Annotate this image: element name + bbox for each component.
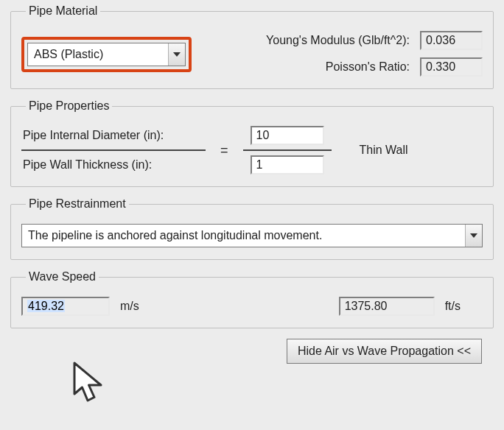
pipe-thickness-input[interactable] <box>251 155 324 175</box>
fraction-line-labels <box>21 149 206 151</box>
wall-type-label: Thin Wall <box>345 144 408 157</box>
pipe-material-selected: ABS (Plastic) <box>28 48 168 61</box>
wave-speed-ms-value: 419.32 <box>21 297 110 316</box>
pipe-material-group: Pipe Material ABS (Plastic) <box>10 4 494 89</box>
pipe-material-highlight: ABS (Plastic) <box>21 37 192 72</box>
poisson-ratio-label: Poisson's Ratio: <box>326 60 410 74</box>
pipe-thickness-label: Pipe Wall Thickness (in): <box>21 157 153 173</box>
wave-speed-fts-value: 1375.80 <box>339 297 435 316</box>
youngs-modulus-value: 0.036 <box>420 31 483 50</box>
chevron-down-icon <box>470 233 477 238</box>
fraction-line-inputs <box>243 149 332 151</box>
pipe-restrainment-dropdown-button[interactable] <box>465 225 482 247</box>
pipe-restrainment-combo[interactable]: The pipeline is anchored against longitu… <box>21 224 483 247</box>
wave-speed-fts-unit: ft/s <box>445 300 461 313</box>
pipe-properties-group: Pipe Properties Pipe Internal Diameter (… <box>10 99 494 187</box>
pipe-material-combo[interactable]: ABS (Plastic) <box>27 43 186 66</box>
wave-speed-ms-selected-text: 419.32 <box>27 300 65 312</box>
pipe-diameter-input[interactable] <box>251 126 324 145</box>
pipe-diameter-label: Pipe Internal Diameter (in): <box>21 127 165 144</box>
pipe-restrainment-selected: The pipeline is anchored against longitu… <box>22 229 465 242</box>
wave-speed-group: Wave Speed 419.32 m/s 1375.80 ft/s <box>10 270 494 328</box>
wave-speed-legend: Wave Speed <box>26 270 99 283</box>
youngs-modulus-label: Young's Modulus (Glb/ft^2): <box>266 34 410 47</box>
poisson-ratio-value: 0.330 <box>420 57 483 77</box>
pipe-material-dropdown-button[interactable] <box>168 43 185 66</box>
pipe-properties-legend: Pipe Properties <box>26 99 112 113</box>
pipe-material-legend: Pipe Material <box>26 4 100 18</box>
equals-sign: = <box>219 143 230 158</box>
pipe-restrainment-legend: Pipe Restrainment <box>26 197 129 211</box>
hide-air-button[interactable]: Hide Air vs Wave Propagation << <box>287 339 482 364</box>
pipe-restrainment-group: Pipe Restrainment The pipeline is anchor… <box>10 197 494 260</box>
chevron-down-icon <box>173 52 181 57</box>
wave-speed-ms-unit: m/s <box>120 300 139 313</box>
